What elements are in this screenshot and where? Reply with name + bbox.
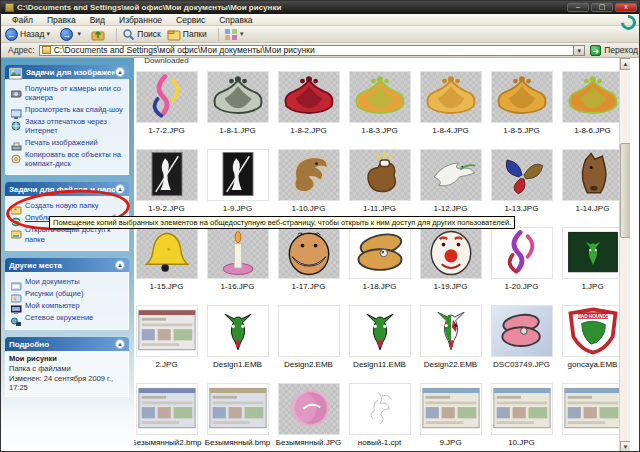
file-item[interactable]: 1-7-2.JPG	[134, 71, 202, 149]
file-label[interactable]: DSC03749.JPG	[493, 360, 550, 369]
file-label[interactable]: 1-8-6.JPG	[574, 126, 610, 135]
task-link[interactable]: Получить от камеры или со сканера	[9, 84, 126, 103]
file-thumbnail-photo[interactable]	[491, 305, 553, 357]
menu-item-6[interactable]: Справка	[212, 15, 259, 25]
file-thumbnail-eagle[interactable]	[278, 149, 340, 201]
file-item[interactable]: 1-8-6.JPG	[557, 71, 628, 149]
back-dropdown-icon[interactable]: ▼	[45, 31, 51, 37]
file-label[interactable]: 1-10.JPG	[292, 204, 326, 213]
file-label[interactable]: 1-18.JPG	[363, 282, 397, 291]
file-item[interactable]: Безымянный2.bmp	[134, 383, 202, 452]
file-label[interactable]: 1-8-1.JPG	[219, 126, 255, 135]
forward-dropdown-icon[interactable]: ▼	[76, 31, 82, 37]
file-thumbnail-clown[interactable]	[420, 227, 482, 279]
scroll-up-button[interactable]: ▲	[620, 58, 630, 70]
menu-item-1[interactable]: Файл	[5, 15, 40, 25]
file-item[interactable]: новый-1.cpt	[344, 383, 415, 452]
file-label[interactable]: 1.JPG	[581, 282, 603, 291]
menu-item-5[interactable]: Сервис	[169, 15, 212, 25]
file-thumbnail-lotus[interactable]	[349, 71, 411, 123]
file-label[interactable]: 1-8-2.JPG	[290, 126, 326, 135]
vertical-scrollbar[interactable]: ▲ ▼	[619, 58, 630, 452]
file-label[interactable]: новый-1.cpt	[358, 438, 401, 447]
file-thumbnail-profile[interactable]	[136, 149, 198, 201]
file-thumbnail-blank[interactable]	[278, 305, 340, 357]
file-label[interactable]: Безымянный.JPG	[276, 438, 342, 447]
task-link[interactable]: Рисунки (общие)	[9, 289, 126, 299]
forward-button[interactable]: → ▼	[60, 28, 85, 41]
file-item[interactable]: 1-8-2.JPG	[273, 71, 344, 149]
file-thumbnail-devilpanel[interactable]	[562, 227, 624, 279]
menu-item-2[interactable]: Правка	[40, 15, 83, 25]
file-item[interactable]: 1.JPG	[557, 227, 628, 305]
panel-header-details[interactable]: Подробно▲	[5, 337, 129, 351]
chevron-up-icon[interactable]: ▲	[115, 260, 125, 270]
file-item[interactable]: Безымянный.JPG	[273, 383, 344, 452]
up-button[interactable]	[91, 28, 105, 41]
file-item[interactable]: 2.JPG	[134, 305, 202, 383]
task-link[interactable]: Копировать все объекты на компакт-диск	[9, 150, 126, 169]
scroll-down-button[interactable]: ▼	[620, 441, 630, 452]
file-label[interactable]: 9.JPG	[439, 438, 461, 447]
search-button[interactable]: Поиск	[122, 28, 161, 41]
file-label[interactable]: 2.JPG	[155, 360, 177, 369]
file-thumbnail-lotus[interactable]	[278, 71, 340, 123]
panel-header-other_places[interactable]: Другие места▲	[5, 258, 129, 272]
file-thumbnail-sketch[interactable]	[349, 383, 411, 435]
minimize-button[interactable]: –	[567, 3, 589, 12]
file-thumbnail-lotus[interactable]	[491, 71, 553, 123]
maximize-button[interactable]: ▢	[591, 3, 613, 12]
panel-header-image_tasks[interactable]: Задачи для изображений▲	[5, 65, 129, 79]
file-item[interactable]: 1-15.JPG	[134, 227, 202, 305]
file-thumbnail-dove[interactable]	[420, 149, 482, 201]
file-item[interactable]: Design11.EMB	[344, 305, 415, 383]
chevron-up-icon[interactable]: ▲	[115, 339, 125, 349]
file-thumbnail-lotus[interactable]	[562, 71, 624, 123]
file-label[interactable]: Безымянный.bmp	[205, 438, 271, 447]
file-label[interactable]: Безымянный2.bmp	[134, 438, 202, 447]
folders-button[interactable]: Папки	[167, 28, 207, 41]
file-item[interactable]: Design2.EMB	[273, 305, 344, 383]
file-item[interactable]: DSC03749.JPG	[486, 305, 557, 383]
file-label[interactable]: 1-9.JPG	[223, 204, 252, 213]
file-thumbnail-wolf[interactable]	[420, 305, 482, 357]
file-thumbnail-screenshot[interactable]	[207, 383, 269, 435]
task-link[interactable]: Заказ отпечатков через Интернет	[9, 117, 126, 136]
go-button[interactable]: ➜ Переход	[590, 45, 638, 56]
file-thumbnail-devil[interactable]	[349, 305, 411, 357]
file-label[interactable]: 1-7-2.JPG	[148, 126, 184, 135]
back-button[interactable]: ← Назад ▼	[5, 28, 54, 41]
task-link[interactable]: Мои документы	[9, 277, 126, 287]
chevron-up-icon[interactable]: ▲	[115, 67, 125, 77]
file-thumbnail-bird[interactable]	[491, 149, 553, 201]
file-thumbnail-lotus[interactable]	[207, 71, 269, 123]
file-item[interactable]	[557, 383, 628, 452]
task-link[interactable]: Сетевое окружение	[9, 313, 126, 323]
file-label[interactable]: goncaya.EMB	[568, 360, 618, 369]
scrollbar-thumb[interactable]	[620, 143, 630, 238]
file-label[interactable]: 1-8-3.JPG	[361, 126, 397, 135]
file-thumbnail-oyster[interactable]	[349, 227, 411, 279]
file-item[interactable]: 1-14.JPG	[557, 149, 628, 227]
views-dropdown-icon[interactable]: ▼	[239, 31, 245, 37]
task-link[interactable]: Просмотреть как слайд-шоу	[9, 105, 126, 115]
address-dropdown-button[interactable]: ▼	[574, 45, 585, 56]
file-item[interactable]: Безымянный.bmp	[202, 383, 273, 452]
file-thumbnail-face[interactable]	[278, 227, 340, 279]
views-button[interactable]: ▼	[224, 28, 248, 41]
menu-item-3[interactable]: Вид	[83, 15, 112, 25]
file-thumbnail-pinkcircle[interactable]	[278, 383, 340, 435]
file-label[interactable]: Design2.EMB	[284, 360, 333, 369]
file-thumbnail-bell[interactable]	[136, 227, 198, 279]
file-thumbnail-shield[interactable]: MAD HOUNDS	[562, 305, 624, 357]
file-item[interactable]: 1-8-1.JPG	[202, 71, 273, 149]
file-item[interactable]: 9.JPG	[415, 383, 486, 452]
chevron-up-icon[interactable]: ▲	[115, 184, 125, 194]
file-label[interactable]: 1-9-2.JPG	[148, 204, 184, 213]
file-thumbnail-screenshot[interactable]	[420, 383, 482, 435]
file-item[interactable]: 1-8-4.JPG	[415, 71, 486, 149]
file-item[interactable]: Design1.EMB	[202, 305, 273, 383]
file-label[interactable]: Design1.EMB	[213, 360, 262, 369]
file-label[interactable]: 1-17.JPG	[292, 282, 326, 291]
file-item[interactable]: 10.JPG	[486, 383, 557, 452]
